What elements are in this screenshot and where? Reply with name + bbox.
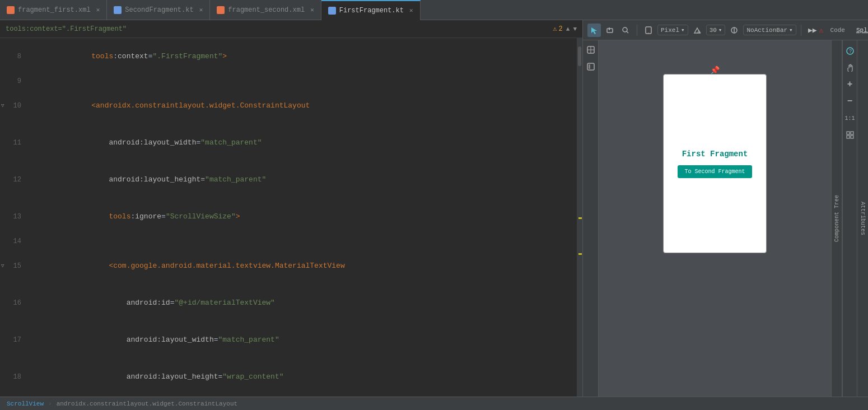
code-line-16: 16 android:id="@+id/materialTextView" <box>0 285 582 322</box>
line-content: android:layout_width="match_parent" <box>28 124 582 161</box>
theme-icon-btn[interactable] <box>727 24 741 37</box>
select-tool-btn[interactable] <box>587 24 601 37</box>
palette-btn-1[interactable] <box>585 44 597 56</box>
code-text: layout_width <box>161 336 214 344</box>
svg-rect-20 <box>851 136 853 138</box>
preview-area[interactable]: 📌 First Fragment To Second Fragment <box>599 40 831 397</box>
code-text <box>74 101 91 110</box>
svg-line-4 <box>627 31 628 33</box>
scroll-marker-yellow-2 <box>578 253 582 255</box>
code-text <box>74 336 127 344</box>
code-text: : <box>157 336 161 344</box>
svg-marker-8 <box>697 30 701 33</box>
code-text: layout_height <box>144 175 200 184</box>
line-content: tools:ignore="ScrollViewSize"> <box>28 198 582 235</box>
zoom-tool-btn[interactable] <box>619 24 632 37</box>
code-line-8: 8 tools:context=".FirstFragment"> <box>0 38 582 75</box>
svg-marker-0 <box>591 27 597 34</box>
code-text: <com.google.android.material.textview.Ma… <box>109 262 344 270</box>
palette-strip <box>583 40 599 397</box>
zoom-label: 30 <box>710 27 717 34</box>
vertical-scrollbar[interactable] <box>577 38 582 397</box>
code-text: android <box>109 138 139 147</box>
code-text: "match_parent" <box>200 138 262 147</box>
line-number: 8 <box>0 50 28 63</box>
tab-label: FirstFragment.kt <box>339 7 404 15</box>
warning-badge[interactable]: ⚠ 2 <box>553 25 562 33</box>
line-content: android:layout_margin="15dp" <box>28 395 582 397</box>
breadcrumb-context: tools:context=".FirstFragment" <box>6 25 127 33</box>
gutter-arrow-icon: ▽ <box>1 100 4 112</box>
nav-down-icon[interactable]: ▼ <box>573 26 577 32</box>
svg-rect-14 <box>589 64 590 69</box>
theme-dropdown[interactable]: NoActionBar ▾ <box>743 25 796 35</box>
tab-label: fragment_second.xml <box>228 6 305 14</box>
line-number: 11 <box>0 137 28 149</box>
tab-close-btn[interactable]: ✕ <box>96 6 100 13</box>
ratio-btn[interactable]: 1:1 <box>844 112 856 124</box>
editor-toolbar: tools:context=".FirstFragment" ⚠ 2 ▲ ▼ <box>0 20 582 38</box>
design-toolbar-right: ⚠ Code Split Design <box>819 26 868 35</box>
error-icon: ⚠ <box>819 26 824 35</box>
pixel-dropdown[interactable]: Pixel ▾ <box>657 25 688 35</box>
code-text: ignore <box>135 212 161 221</box>
status-constraint-layout: androidx.constraintlayout.widget.Constra… <box>57 400 237 407</box>
code-text: : <box>139 138 144 147</box>
kt-file-icon <box>114 6 122 14</box>
tab-first-fragment-kt[interactable]: FirstFragment.kt ✕ <box>321 0 421 20</box>
line-content: android:layout_width="match_parent" <box>28 322 582 358</box>
pixel-label: Pixel <box>661 27 679 34</box>
line-number: 15 ▽ <box>0 260 28 272</box>
line-number: 17 <box>0 334 28 346</box>
tab-label: fragment_first.xml <box>18 6 91 14</box>
code-line-13: 13 tools:ignore="ScrollViewSize"> <box>0 198 582 235</box>
code-text: tools <box>91 52 113 60</box>
minus-btn[interactable]: − <box>844 95 856 108</box>
code-text <box>74 138 109 147</box>
zoom-dropdown[interactable]: 30 ▾ <box>706 25 726 35</box>
code-text: ".FirstFragment" <box>152 52 222 60</box>
code-text: "match_parent" <box>205 175 266 184</box>
xml-file-icon <box>217 6 225 14</box>
fit-screen-btn[interactable] <box>844 129 856 141</box>
component-tree-strip[interactable]: Component Tree <box>831 40 842 397</box>
tab-close-btn[interactable]: ✕ <box>310 6 314 13</box>
code-text: : <box>139 175 144 184</box>
code-text: > <box>222 52 227 60</box>
code-line-14: 14 <box>0 235 582 248</box>
phone-preview-btn[interactable] <box>642 24 655 37</box>
status-separator: › <box>48 400 52 407</box>
line-number: 14 <box>0 235 28 248</box>
scroll-thumb[interactable] <box>578 46 581 66</box>
tab-close-btn[interactable]: ✕ <box>199 6 203 13</box>
to-second-fragment-button[interactable]: To Second Fragment <box>678 165 752 178</box>
view-code-btn[interactable]: Code <box>826 26 850 35</box>
code-text: = <box>161 212 166 221</box>
tab-close-btn[interactable]: ✕ <box>409 7 413 14</box>
right-panel: Pixel ▾ 30 ▾ NoActionBar ▾ ▶▶ <box>582 20 868 397</box>
plus-btn[interactable]: + <box>844 78 856 91</box>
pan-tool-btn[interactable] <box>603 24 617 37</box>
tab-fragment-first-xml[interactable]: fragment_first.xml ✕ <box>0 0 107 20</box>
palette-btn-2[interactable] <box>585 60 597 73</box>
fragment-title: First Fragment <box>682 150 748 159</box>
code-text <box>74 52 91 60</box>
status-bar: ScrollView › androidx.constraintlayout.w… <box>0 397 868 410</box>
line-content: <androidx.constraintlayout.widget.Constr… <box>28 87 582 124</box>
hand-tool-btn[interactable] <box>844 62 856 74</box>
view-split-btn[interactable]: Split <box>852 26 868 35</box>
code-editor: tools:context=".FirstFragment" ⚠ 2 ▲ ▼ 8… <box>0 20 582 397</box>
code-line-17: 17 android:layout_width="match_parent" <box>0 322 582 358</box>
nav-up-icon[interactable]: ▲ <box>566 26 570 32</box>
code-text <box>74 262 109 270</box>
warning-icon: ⚠ <box>553 25 557 33</box>
help-icon-btn[interactable]: ? <box>844 45 856 57</box>
mountain-icon-btn[interactable] <box>690 24 704 37</box>
tab-second-fragment-kt[interactable]: SecondFragment.kt ✕ <box>107 0 210 20</box>
code-area[interactable]: 8 tools:context=".FirstFragment"> 9 10 ▽… <box>0 38 582 397</box>
line-number: 12 <box>0 174 28 186</box>
tab-fragment-second-xml[interactable]: fragment_second.xml ✕ <box>210 0 321 20</box>
context-attr: tools:context=".FirstFragment" <box>6 25 127 33</box>
attributes-strip[interactable]: Attributes <box>857 40 868 397</box>
more-options-btn[interactable]: ▶▶ <box>806 24 819 37</box>
